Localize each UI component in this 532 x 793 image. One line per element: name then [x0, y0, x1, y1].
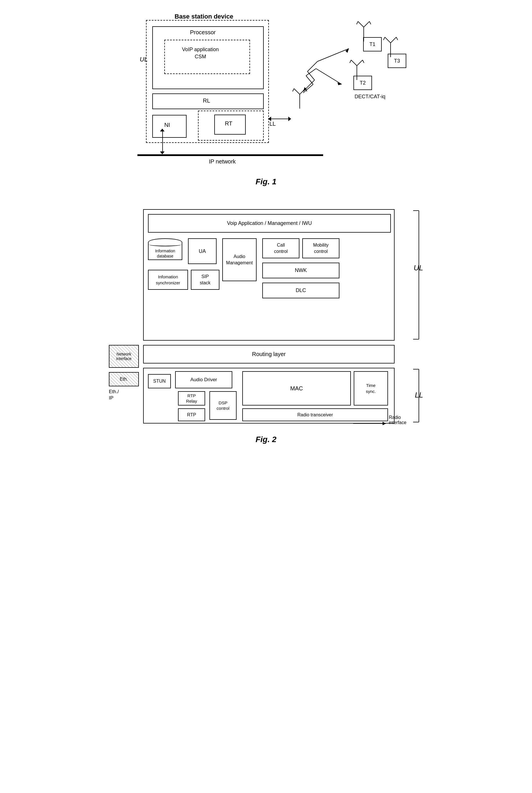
rt-arrow-h	[270, 118, 290, 119]
svg-line-22	[307, 61, 318, 72]
net-iface-label: Networkinterface	[116, 352, 132, 361]
svg-line-29	[316, 69, 342, 84]
mac-label: MAC	[290, 385, 303, 392]
dsp-box: DSPcontrol	[209, 391, 236, 420]
info-db-label: Informationdatabase	[148, 248, 182, 259]
svg-line-4	[369, 21, 371, 24]
mobility-label: Mobilitycontrol	[313, 242, 328, 255]
audio-driver-label: Audio Driver	[190, 377, 217, 383]
rt-box: RT	[214, 115, 246, 135]
fig2-caption: Fig. 2	[255, 435, 276, 444]
radio-xcvr-label: Radio transceiver	[298, 412, 333, 417]
call-ctrl-box: Callcontrol	[262, 238, 300, 258]
sip-box: SIPstack	[191, 270, 220, 290]
page-container: Base station device UL Processor VoIP ap…	[95, 12, 437, 444]
rtp-box: RTP	[178, 408, 205, 421]
radio-iface-arrow	[352, 418, 392, 429]
svg-line-28	[306, 69, 316, 76]
voip-label: VoIP application CSM	[182, 46, 219, 60]
rl-label: RL	[203, 97, 210, 104]
routing-box: Routing layer	[143, 345, 395, 363]
ip-line	[137, 154, 323, 156]
dlc-box: DLC	[262, 283, 339, 298]
svg-marker-38	[383, 422, 386, 425]
bsd-outer-box: Processor VoIP application CSM RL NI	[146, 20, 269, 143]
fig2-diagram: UL LL Voip Application / Management / IW…	[109, 204, 423, 427]
processor-box: Processor VoIP application CSM	[152, 26, 264, 89]
nwk-label: NWK	[295, 267, 307, 273]
audio-mgmt-box: AudioManagement	[222, 238, 256, 281]
rt-arrow-left	[268, 117, 271, 121]
rt-arrow-right	[288, 117, 291, 121]
nwk-box: NWK	[262, 263, 339, 278]
ua-label: UA	[198, 248, 206, 254]
dsp-label: DSPcontrol	[216, 400, 229, 411]
fig1-section: Base station device UL Processor VoIP ap…	[95, 12, 437, 186]
routing-label: Routing layer	[252, 351, 286, 358]
voip-app-label: Voip Application / Management / IWU	[227, 220, 312, 226]
voip-box: VoIP application CSM	[164, 40, 250, 74]
fig1-diagram: Base station device UL Processor VoIP ap…	[137, 12, 395, 171]
voip-app-box: Voip Application / Management / IWU	[148, 214, 391, 233]
svg-line-14	[396, 37, 398, 40]
net-iface-box: Networkinterface	[109, 345, 139, 368]
audio-driver-box: Audio Driver	[175, 371, 232, 388]
rtp-label: RTP	[187, 412, 196, 417]
mobility-box: Mobilitycontrol	[302, 238, 339, 258]
ni-box: NI	[152, 115, 187, 138]
processor-label: Processor	[190, 29, 216, 36]
svg-line-11	[385, 37, 391, 43]
eth-ip-label: Eth./IP	[109, 389, 119, 401]
fig1-ll-label: LL	[269, 120, 276, 127]
ni-arrow-up	[160, 129, 165, 131]
dlc-label: DLC	[296, 287, 306, 294]
rtp-relay-label: RTPRelay	[186, 393, 197, 404]
ul-main-box: Voip Application / Management / IWU Info…	[143, 209, 395, 341]
time-sync-label: Timesync.	[366, 382, 376, 394]
svg-line-12	[391, 37, 396, 43]
cylinder-mid-line	[149, 242, 182, 246]
fig2-section: UL LL Voip Application / Management / IW…	[95, 204, 437, 444]
info-db-cylinder: Informationdatabase	[148, 238, 182, 264]
rt-outer: RT	[198, 111, 264, 140]
svg-line-23	[318, 49, 349, 61]
ua-box: UA	[188, 238, 216, 264]
ll-main-box: STUN Audio Driver RTPRelay DSPcontrol RT…	[143, 368, 395, 423]
eth-label: Eth.	[120, 377, 128, 382]
rl-box: RL	[152, 93, 264, 109]
t3-box: T3	[388, 54, 406, 68]
rtp-relay-box: RTPRelay	[178, 391, 205, 405]
stun-label: STUN	[153, 379, 166, 384]
sip-label: SIPstack	[200, 273, 210, 286]
info-sync-box: Infomationsynchronizer	[148, 270, 188, 290]
fig1-caption: Fig. 1	[255, 177, 276, 186]
time-sync-box: Timesync.	[354, 371, 388, 405]
rt-label: RT	[225, 120, 232, 127]
ni-arrow-shaft	[162, 130, 163, 153]
ni-label: NI	[164, 122, 170, 128]
svg-marker-25	[303, 87, 307, 91]
bsd-title: Base station device	[175, 13, 233, 20]
svg-line-3	[357, 21, 358, 24]
svg-line-13	[383, 37, 385, 40]
svg-line-2	[364, 21, 369, 27]
info-sync-label: Infomationsynchronizer	[156, 274, 180, 286]
ul-bracket-svg	[407, 209, 422, 341]
zigzag-arrows	[292, 40, 366, 103]
call-ctrl-label: Callcontrol	[274, 242, 288, 255]
stun-box: STUN	[148, 374, 171, 388]
svg-line-1	[358, 21, 364, 27]
fig2-ul-label: UL	[414, 263, 423, 272]
audio-mgmt-label: AudioManagement	[226, 253, 252, 266]
ni-arrow-down	[160, 151, 165, 154]
ip-label: IP network	[209, 158, 236, 165]
eth-box: Eth.	[109, 372, 139, 386]
fig2-ll-label: LL	[415, 391, 423, 399]
info-db-container: Informationdatabase	[148, 238, 182, 264]
mac-box: MAC	[242, 371, 351, 405]
